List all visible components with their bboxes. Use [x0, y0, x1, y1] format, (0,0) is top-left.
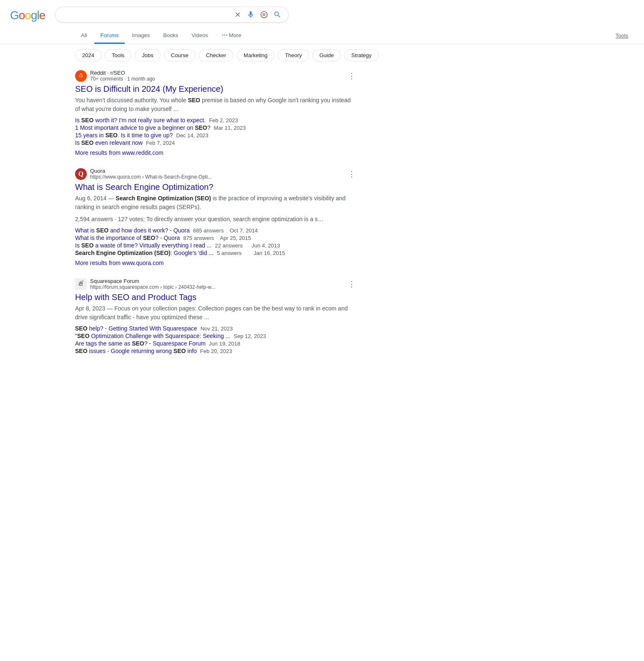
lens-button[interactable] [260, 10, 268, 19]
sub-result-answers: 22 answers [215, 242, 248, 249]
sub-result-link[interactable]: 15 years in SEO. Is it time to give up? [75, 132, 173, 139]
sub-result-date: Dec 14, 2023 [176, 132, 208, 139]
voice-search-button[interactable] [247, 10, 255, 19]
svg-point-0 [263, 14, 265, 16]
more-dots-icon [221, 32, 228, 38]
chip-tools[interactable]: Tools [105, 49, 131, 61]
squarespace-logo-icon [77, 280, 85, 288]
sub-result-answers: 875 answers [183, 235, 216, 241]
sub-result: What is SEO and how does it work? - Quor… [75, 227, 355, 234]
chip-marketing[interactable]: Marketing [236, 49, 274, 61]
reddit-more-results[interactable]: More results from www.reddit.com [75, 149, 164, 156]
source-row-reddit: Reddit · r/SEO 70+ comments · 1 month ag… [75, 70, 355, 82]
filter-chips: 2024 Tools Jobs Course Checker Marketing… [65, 44, 644, 66]
svg-point-6 [82, 76, 83, 77]
quora-more-results[interactable]: More results from www.quora.com [75, 260, 164, 266]
sub-result-link[interactable]: What is SEO and how does it work? - Quor… [75, 227, 190, 234]
chip-jobs[interactable]: Jobs [135, 49, 160, 61]
reddit-result-title[interactable]: SEO is Difficult in 2024 (My Experience) [75, 83, 355, 94]
reddit-logo-icon [77, 72, 85, 80]
sub-result: "SEO Optimization Challenge with Squares… [75, 333, 355, 339]
microphone-icon [247, 10, 255, 19]
reddit-source-info: Reddit · r/SEO 70+ comments · 1 month ag… [90, 70, 155, 82]
logo-g2: g [31, 9, 37, 22]
sub-result: Search Engine Optimization (SEO): Google… [75, 250, 355, 256]
tab-videos[interactable]: Videos [186, 28, 214, 44]
tab-all[interactable]: All [75, 28, 93, 44]
chip-checker[interactable]: Checker [199, 49, 233, 61]
close-icon [234, 11, 242, 18]
sub-result-link[interactable]: What is the importance of SEO? - Quora [75, 235, 180, 241]
logo-e: e [39, 9, 45, 22]
logo-o2: o [25, 9, 31, 22]
quora-votes: 2,594 answers · 127 votes: To directly a… [75, 215, 355, 224]
quora-more-options[interactable]: ⋮ [348, 169, 355, 179]
sub-result-link[interactable]: SEO issues - Google returning wrong SEO … [75, 348, 197, 354]
tab-forums[interactable]: Forums [94, 28, 124, 44]
camera-icon [260, 10, 268, 19]
sub-result-date: Feb 2, 2023 [209, 117, 238, 124]
tab-tools[interactable]: Tools [610, 28, 634, 43]
squarespace-result-title[interactable]: Help with SEO and Product Tags [75, 292, 355, 303]
source-row-squarespace: Squarespace Forum https://forum.squaresp… [75, 278, 355, 290]
sub-result: What is the importance of SEO? - Quora 8… [75, 235, 355, 241]
squarespace-source-name: Squarespace Forum [90, 278, 215, 284]
sub-result: 15 years in SEO. Is it time to give up? … [75, 132, 355, 139]
logo-g1: G [10, 9, 19, 22]
squarespace-sub-results: SEO help? - Getting Started With Squares… [75, 325, 355, 354]
sub-result: Is SEO even relevant now Feb 7, 2024 [75, 139, 355, 146]
search-button[interactable] [273, 10, 282, 19]
sub-result-date: Feb 20, 2023 [200, 348, 232, 354]
squarespace-snippet: Apr 8, 2023 — Focus on your collection p… [75, 304, 355, 322]
squarespace-more-options[interactable]: ⋮ [348, 280, 355, 289]
sub-result-link[interactable]: Is SEO a waste of time? Virtually everyt… [75, 242, 211, 249]
sub-result-link[interactable]: Is SEO worth it? I'm not really sure wha… [75, 117, 206, 124]
nav-tabs: All Forums Images Books Videos More Tool… [0, 24, 644, 44]
sub-result-date: Jun 4, 2013 [252, 242, 280, 249]
chip-2024[interactable]: 2024 [75, 49, 101, 61]
tab-more[interactable]: More [216, 28, 247, 44]
sub-result-link[interactable]: 1 Most important advice to give a beginn… [75, 124, 211, 131]
sub-result-date: Nov 21, 2023 [201, 325, 233, 332]
quora-source-url: https://www.quora.com › What-is-Search-E… [90, 174, 212, 180]
source-row-quora: Q Quora https://www.quora.com › What-is-… [75, 168, 355, 180]
tab-books[interactable]: Books [157, 28, 184, 44]
sub-result: 1 Most important advice to give a beginn… [75, 124, 355, 131]
sub-result-link[interactable]: Search Engine Optimization (SEO): Google… [75, 250, 214, 256]
sub-result-link[interactable]: SEO help? - Getting Started With Squares… [75, 325, 197, 332]
sub-result-link[interactable]: Are tags the same as SEO? - Squarespace … [75, 340, 206, 347]
svg-point-2 [224, 35, 225, 36]
chip-strategy[interactable]: Strategy [344, 49, 378, 61]
squarespace-source-url: https://forum.squarespace.com › topic › … [90, 284, 215, 290]
tab-images[interactable]: Images [126, 28, 156, 44]
quora-result-title[interactable]: What is Search Engine Optimization? [75, 182, 355, 192]
google-logo: Google [10, 7, 45, 23]
svg-point-5 [79, 76, 80, 77]
result-squarespace: Squarespace Forum https://forum.squaresp… [75, 278, 355, 354]
sub-result: Is SEO worth it? I'm not really sure wha… [75, 117, 355, 124]
svg-point-7 [80, 73, 82, 74]
svg-point-1 [222, 35, 224, 36]
sub-result-answers: 685 answers [193, 227, 226, 234]
sub-result-date: Jun 19, 2018 [209, 341, 240, 347]
search-input[interactable]: seo [62, 11, 231, 18]
sub-result-answers: 5 answers [217, 250, 250, 256]
sub-result-link[interactable]: Is SEO even relevant now [75, 139, 143, 146]
clear-button[interactable] [234, 11, 242, 18]
search-icons [234, 10, 282, 19]
quora-icon: Q [75, 168, 87, 180]
sub-result-date: Apr 25, 2015 [220, 235, 251, 241]
svg-point-9 [78, 74, 79, 76]
sub-result-date: Jan 16, 2015 [254, 250, 285, 256]
search-icon [273, 10, 282, 19]
svg-point-3 [226, 35, 227, 36]
quora-q-letter: Q [78, 170, 83, 178]
chip-theory[interactable]: Theory [278, 49, 309, 61]
sub-result-date: Sep 12, 2023 [234, 333, 266, 339]
reddit-snippet: You haven't discussed authority. You who… [75, 96, 355, 114]
sub-result-link[interactable]: "SEO Optimization Challenge with Squares… [75, 333, 230, 339]
sub-result-date: Feb 7, 2024 [146, 140, 175, 146]
chip-course[interactable]: Course [164, 49, 196, 61]
reddit-more-options[interactable]: ⋮ [348, 71, 355, 81]
chip-guide[interactable]: Guide [312, 49, 341, 61]
